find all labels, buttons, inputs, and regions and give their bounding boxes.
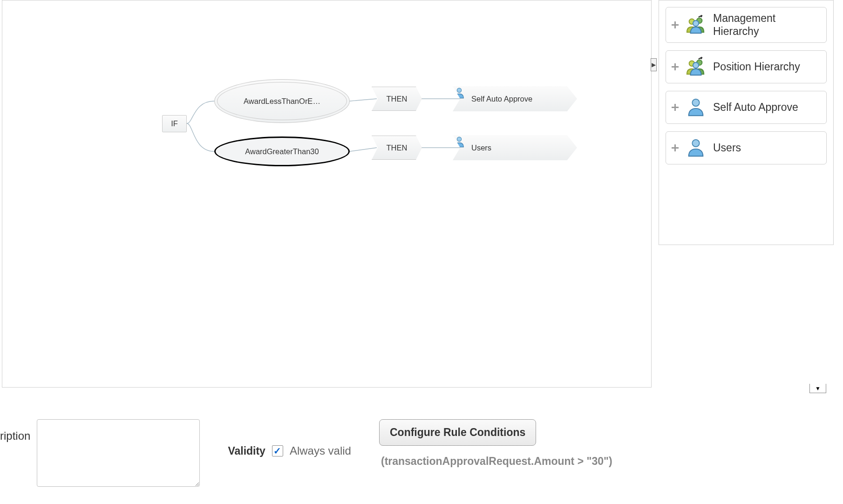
palette-item-management-hierarchy[interactable]: Management Hierarchy bbox=[666, 7, 827, 43]
always-valid-text: Always valid bbox=[290, 444, 351, 457]
panel-collapse-handle[interactable]: ▶ bbox=[651, 58, 657, 71]
plus-icon bbox=[672, 63, 679, 70]
user-icon bbox=[685, 96, 707, 119]
palette-label: Position Hierarchy bbox=[713, 61, 821, 74]
approver-palette: Management Hierarchy Position Hierarchy bbox=[659, 0, 834, 245]
svg-point-1 bbox=[457, 137, 461, 141]
description-label: ription bbox=[0, 419, 30, 443]
condition-label-1: AwardLessThanOrE… bbox=[244, 97, 320, 106]
rule-conditions-block: Configure Rule Conditions (transactionAp… bbox=[379, 419, 612, 468]
condition-node-2-selected[interactable]: AwardGreaterThan30 bbox=[214, 136, 350, 166]
approver-label-1: Self Auto Approve bbox=[471, 95, 532, 103]
then-node-2[interactable]: THEN bbox=[372, 136, 422, 160]
condition-label-2: AwardGreaterThan30 bbox=[245, 147, 319, 156]
approver-node-1[interactable]: Self Auto Approve bbox=[453, 86, 577, 111]
svg-point-8 bbox=[692, 99, 699, 106]
dropdown-toggle[interactable]: ▼ bbox=[809, 384, 826, 393]
svg-point-0 bbox=[457, 88, 461, 92]
svg-point-4 bbox=[693, 20, 699, 26]
validity-field-block: Validity ✓ Always valid bbox=[228, 419, 351, 457]
group-icon bbox=[685, 14, 707, 36]
configure-rule-conditions-button[interactable]: Configure Rule Conditions bbox=[379, 419, 536, 446]
svg-point-9 bbox=[692, 140, 699, 147]
palette-item-position-hierarchy[interactable]: Position Hierarchy bbox=[666, 50, 827, 83]
plus-icon bbox=[672, 21, 679, 28]
approver-node-2[interactable]: Users bbox=[453, 135, 577, 160]
always-valid-checkbox[interactable]: ✓ bbox=[272, 445, 283, 456]
user-icon bbox=[685, 136, 707, 159]
palette-item-self-auto-approve[interactable]: Self Auto Approve bbox=[666, 91, 827, 124]
validity-label: Validity bbox=[228, 445, 265, 457]
description-input[interactable] bbox=[37, 419, 200, 487]
palette-label: Self Auto Approve bbox=[713, 101, 821, 114]
then-node-1[interactable]: THEN bbox=[372, 87, 422, 111]
plus-icon bbox=[672, 104, 679, 111]
approver-label-2: Users bbox=[471, 143, 491, 152]
palette-item-users[interactable]: Users bbox=[666, 131, 827, 164]
chevron-right-icon: ▶ bbox=[652, 61, 656, 68]
then-label-1: THEN bbox=[387, 95, 408, 103]
condition-expression: (transactionApprovalRequest.Amount > "30… bbox=[379, 455, 612, 468]
rule-canvas[interactable]: IF AwardLessThanOrE… AwardGreaterThan30 … bbox=[2, 0, 652, 388]
if-node[interactable]: IF bbox=[162, 115, 187, 132]
description-field-block: ription bbox=[0, 419, 200, 487]
palette-label: Management Hierarchy bbox=[713, 12, 821, 38]
if-label: IF bbox=[171, 119, 178, 128]
then-label-2: THEN bbox=[387, 143, 408, 152]
caret-down-icon: ▼ bbox=[815, 385, 821, 392]
group-icon bbox=[685, 55, 707, 78]
plus-icon bbox=[672, 144, 679, 151]
svg-point-7 bbox=[693, 62, 699, 68]
palette-label: Users bbox=[713, 142, 821, 155]
condition-node-1[interactable]: AwardLessThanOrE… bbox=[214, 79, 350, 123]
